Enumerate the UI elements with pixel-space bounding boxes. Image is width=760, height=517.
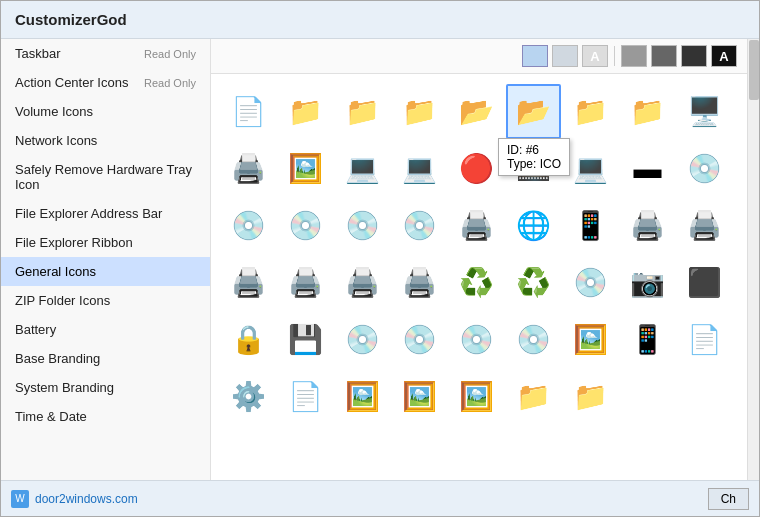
sidebar-item-battery[interactable]: Battery [1, 315, 210, 344]
icon-cell-19[interactable]: 💿 [221, 198, 276, 253]
title-bar: CustomizerGod [1, 1, 759, 39]
sidebar-item-time-date[interactable]: Time & Date [1, 402, 210, 431]
icon-cell-5[interactable]: 📂 [449, 84, 504, 139]
icon-img-34: 💿 [573, 269, 608, 297]
toolbar-btn-4[interactable] [651, 45, 677, 67]
icon-cell-37[interactable]: 🔒 [221, 312, 276, 367]
icon-img-25: 📱 [573, 212, 608, 240]
icon-cell-13[interactable]: 💻 [392, 141, 447, 196]
icon-cell-10[interactable]: 🖨️ [221, 141, 276, 196]
icon-cell-34[interactable]: 💿 [563, 255, 618, 310]
icon-cell-22[interactable]: 💿 [392, 198, 447, 253]
toolbar-btn-1[interactable] [522, 45, 548, 67]
sidebar-item-system-branding[interactable]: System Branding [1, 373, 210, 402]
icon-img-4: 📁 [402, 98, 437, 126]
icon-cell-9[interactable]: 🖥️ [677, 84, 732, 139]
sidebar-item-label: File Explorer Address Bar [15, 206, 162, 221]
icon-cell-46[interactable]: ⚙️ [221, 369, 276, 424]
icon-img-12: 💻 [345, 155, 380, 183]
icon-img-23: 🖨️ [459, 212, 494, 240]
footer-button[interactable]: Ch [708, 488, 749, 510]
icon-cell-12[interactable]: 💻 [335, 141, 390, 196]
sidebar-item-label: Base Branding [15, 351, 100, 366]
icon-cell-42[interactable]: 💿 [506, 312, 561, 367]
icon-cell-47[interactable]: 📄 [278, 369, 333, 424]
sidebar-item-zip-folder[interactable]: ZIP Folder Icons [1, 286, 210, 315]
toolbar-btn-a-dark[interactable]: A [711, 45, 737, 67]
icon-img-19: 💿 [231, 212, 266, 240]
icon-cell-44[interactable]: 📱 [620, 312, 675, 367]
icon-cell-25[interactable]: 📱 [563, 198, 618, 253]
icon-cell-4[interactable]: 📁 [392, 84, 447, 139]
icon-cell-45[interactable]: 📄 [677, 312, 732, 367]
icon-cell-26[interactable]: 🖨️ [620, 198, 675, 253]
icon-cell-17[interactable]: ▬ [620, 141, 675, 196]
icon-cell-3[interactable]: 📁 [335, 84, 390, 139]
icon-cell-52[interactable]: 📁 [563, 369, 618, 424]
icon-img-29: 🖨️ [288, 269, 323, 297]
sidebar-item-base-branding[interactable]: Base Branding [1, 344, 210, 373]
footer-link[interactable]: door2windows.com [35, 492, 138, 506]
sidebar-item-file-explorer-ribbon[interactable]: File Explorer Ribbon [1, 228, 210, 257]
icon-img-9: 🖥️ [687, 98, 722, 126]
icon-cell-29[interactable]: 🖨️ [278, 255, 333, 310]
sidebar-item-safely-remove[interactable]: Safely Remove Hardware Tray Icon [1, 155, 210, 199]
icon-cell-30[interactable]: 🖨️ [335, 255, 390, 310]
icon-img-49: 🖼️ [402, 383, 437, 411]
sidebar-item-general-icons[interactable]: General Icons [1, 257, 210, 286]
icon-cell-20[interactable]: 💿 [278, 198, 333, 253]
icon-cell-11[interactable]: 🖼️ [278, 141, 333, 196]
icon-cell-7[interactable]: 📁 [563, 84, 618, 139]
icon-img-2: 📁 [288, 98, 323, 126]
toolbar-btn-2[interactable] [552, 45, 578, 67]
sidebar-item-taskbar[interactable]: TaskbarRead Only [1, 39, 210, 68]
icon-img-38: 💾 [288, 326, 323, 354]
icon-cell-48[interactable]: 🖼️ [335, 369, 390, 424]
scrollbar-thumb[interactable] [749, 40, 759, 100]
icon-cell-49[interactable]: 🖼️ [392, 369, 447, 424]
icon-cell-27[interactable]: 🖨️ [677, 198, 732, 253]
app-title: CustomizerGod [15, 11, 127, 28]
icon-cell-14[interactable]: 🔴 [449, 141, 504, 196]
sidebar-item-file-explorer-addr[interactable]: File Explorer Address Bar [1, 199, 210, 228]
icon-cell-51[interactable]: 📁 [506, 369, 561, 424]
icon-img-52: 📁 [573, 383, 608, 411]
icon-cell-38[interactable]: 💾 [278, 312, 333, 367]
toolbar: A A [211, 39, 747, 74]
icon-cell-23[interactable]: 🖨️ [449, 198, 504, 253]
icon-img-50: 🖼️ [459, 383, 494, 411]
icon-img-16: 💻 [573, 155, 608, 183]
icon-cell-28[interactable]: 🖨️ [221, 255, 276, 310]
toolbar-btn-a-white[interactable]: A [582, 45, 608, 67]
sidebar-item-network[interactable]: Network Icons [1, 126, 210, 155]
icon-cell-40[interactable]: 💿 [392, 312, 447, 367]
icon-cell-32[interactable]: ♻️ [449, 255, 504, 310]
icon-cell-21[interactable]: 💿 [335, 198, 390, 253]
icon-cell-2[interactable]: 📁 [278, 84, 333, 139]
icon-cell-50[interactable]: 🖼️ [449, 369, 504, 424]
icon-cell-41[interactable]: 💿 [449, 312, 504, 367]
toolbar-btn-5[interactable] [681, 45, 707, 67]
icon-cell-39[interactable]: 💿 [335, 312, 390, 367]
icon-cell-33[interactable]: ♻️ [506, 255, 561, 310]
icon-cell-24[interactable]: 🌐 [506, 198, 561, 253]
icon-img-18: 💿 [687, 155, 722, 183]
icon-cell-35[interactable]: 📷 [620, 255, 675, 310]
icon-cell-6[interactable]: 📂ID: #6Type: ICO [506, 84, 561, 139]
icon-cell-31[interactable]: 🖨️ [392, 255, 447, 310]
icon-img-6: 📂 [516, 98, 551, 126]
icon-cell-43[interactable]: 🖼️ [563, 312, 618, 367]
sidebar-item-label: File Explorer Ribbon [15, 235, 133, 250]
footer: W door2windows.com Ch [1, 480, 759, 516]
sidebar-item-action-center[interactable]: Action Center IconsRead Only [1, 68, 210, 97]
scrollbar[interactable] [747, 39, 759, 480]
sidebar-item-label: Action Center Icons [15, 75, 128, 90]
icon-cell-36[interactable]: ⬛ [677, 255, 732, 310]
icon-cell-18[interactable]: 💿 [677, 141, 732, 196]
icon-cell-1[interactable]: 📄 [221, 84, 276, 139]
icon-cell-8[interactable]: 📁 [620, 84, 675, 139]
icon-img-17: ▬ [634, 155, 662, 183]
sidebar-item-volume[interactable]: Volume Icons [1, 97, 210, 126]
icon-cell-16[interactable]: 💻 [563, 141, 618, 196]
toolbar-btn-3[interactable] [621, 45, 647, 67]
